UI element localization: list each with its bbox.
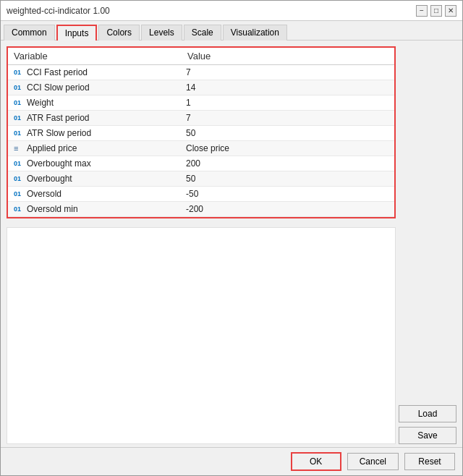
tab-scale[interactable]: Scale [184,25,221,41]
row-icon-0: 01 [14,69,24,76]
row-value-3: 7 [186,113,388,123]
row-name-8: Oversold [27,189,186,199]
table-row[interactable]: 01 CCI Slow period 14 [8,80,394,95]
row-name-3: ATR Fast period [27,113,186,123]
row-icon-8: 01 [14,190,24,197]
table-row[interactable]: 01 Oversold min -200 [8,202,394,217]
table-row[interactable]: 01 Overbought max 200 [8,156,394,171]
row-name-4: ATR Slow period [27,128,186,138]
row-value-7: 50 [186,174,388,184]
row-name-7: Overbought [27,174,186,184]
row-name-2: Weight [27,98,186,108]
row-name-5: Applied price [27,143,186,153]
load-button[interactable]: Load [399,405,456,422]
row-name-6: Overbought max [27,158,186,169]
row-icon-3: 01 [14,114,24,122]
table-row[interactable]: 01 Overbought 50 [8,171,394,187]
row-icon-2: 01 [14,99,24,106]
col-variable-header: Variable [14,51,187,61]
row-name-0: CCI Fast period [27,67,186,77]
title-bar-buttons: − □ ✕ [416,5,456,17]
empty-area [7,227,396,444]
left-panel: Variable Value 01 CCI Fast period 7 01 C… [7,46,396,444]
row-value-2: 1 [186,98,388,108]
table-header: Variable Value [8,48,394,65]
right-panel: Load Save [399,46,456,444]
maximize-button[interactable]: □ [430,5,442,17]
row-value-1: 14 [186,82,388,93]
close-button[interactable]: ✕ [445,5,456,17]
table-row[interactable]: ≡ Applied price Close price [8,141,394,156]
tab-inputs[interactable]: Inputs [56,25,98,41]
tab-levels[interactable]: Levels [141,25,182,41]
minimize-button[interactable]: − [416,5,428,17]
row-icon-4: 01 [14,129,24,137]
row-name-9: Oversold min [27,204,186,214]
row-icon-1: 01 [14,84,24,91]
window-title: weighted-cci-indicator 1.00 [7,6,110,16]
row-value-9: -200 [186,204,388,214]
table-row[interactable]: 01 Oversold -50 [8,187,394,202]
table-row[interactable]: 01 CCI Fast period 7 [8,65,394,80]
main-area: Variable Value 01 CCI Fast period 7 01 C… [1,41,462,447]
row-icon-6: 01 [14,160,24,167]
row-value-4: 50 [186,128,388,138]
save-button[interactable]: Save [399,427,456,444]
row-value-8: -50 [186,189,388,199]
table-row[interactable]: 01 ATR Slow period 50 [8,126,394,141]
row-value-6: 200 [186,158,388,169]
main-window: weighted-cci-indicator 1.00 − □ ✕ Common… [0,0,463,476]
col-value-header: Value [187,51,388,61]
table-row[interactable]: 01 ATR Fast period 7 [8,111,394,126]
ok-button[interactable]: OK [291,452,341,471]
table-row[interactable]: 01 Weight 1 [8,95,394,111]
row-value-5: Close price [186,143,388,153]
row-value-0: 7 [186,67,388,77]
tab-common[interactable]: Common [4,25,55,41]
tab-colors[interactable]: Colors [98,25,140,41]
row-icon-7: 01 [14,175,24,182]
tab-visualization[interactable]: Visualization [223,25,287,41]
tabs-bar: Common Inputs Colors Levels Scale Visual… [1,21,462,41]
footer: OK Cancel Reset [1,447,462,475]
inputs-table: Variable Value 01 CCI Fast period 7 01 C… [7,46,396,218]
title-bar: weighted-cci-indicator 1.00 − □ ✕ [1,1,462,21]
row-name-1: CCI Slow period [27,82,186,93]
row-icon-9: 01 [14,205,24,213]
row-icon-5: ≡ [14,144,24,153]
reset-button[interactable]: Reset [404,453,455,470]
cancel-button[interactable]: Cancel [347,453,399,470]
